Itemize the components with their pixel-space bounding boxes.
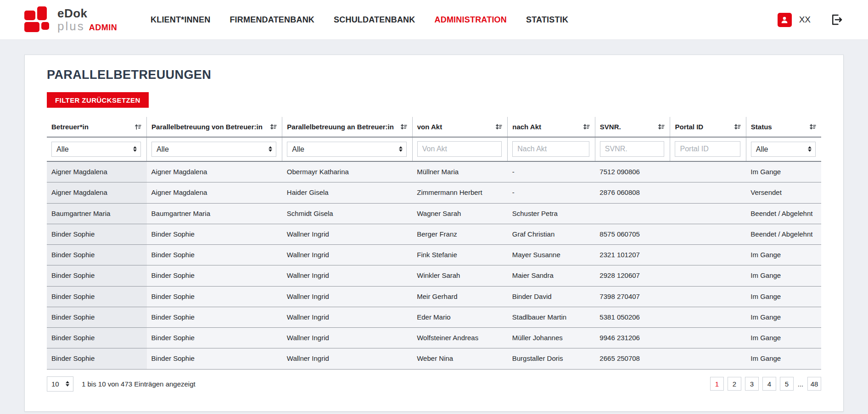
- column-header-label: von Akt: [417, 123, 442, 131]
- cell-von-akt: Wagner Sarah: [412, 203, 508, 224]
- cell-portal-id: [670, 182, 746, 203]
- cell-betreuer-in: Baumgartner Maria: [47, 203, 147, 224]
- cell-status: Im Gange: [746, 161, 821, 182]
- main-nav: KLIENT*INNENFIRMENDATENBANKSCHULDATENBAN…: [151, 15, 568, 25]
- cell-parallelbetreuung-an-betreuer-in: Wallner Ingrid: [282, 286, 412, 307]
- cell-status: Im Gange: [746, 328, 821, 348]
- user-icon[interactable]: [778, 13, 792, 27]
- cell-svnr: 5381 050206: [595, 307, 670, 327]
- filter-input-portal-id[interactable]: [675, 141, 740, 157]
- reset-filters-button[interactable]: FILTER ZURÜCKSETZEN: [47, 92, 149, 108]
- column-header-status[interactable]: Status: [746, 117, 821, 137]
- page-button-5[interactable]: 5: [780, 377, 794, 391]
- page-button-1[interactable]: 1: [710, 377, 724, 391]
- column-header-portal-id[interactable]: Portal ID: [670, 117, 746, 137]
- nav-item-firmendatenbank[interactable]: FIRMENDATENBANK: [230, 15, 314, 25]
- filter-input-von-akt[interactable]: [417, 141, 502, 157]
- table-row: Binder SophieBinder SophieWallner Ingrid…: [47, 286, 821, 307]
- cell-parallelbetreuung-von-betreuer-in: Binder Sophie: [147, 265, 282, 286]
- table-filter-row: AlleAlleAlleAlle: [47, 137, 821, 161]
- cell-status: Im Gange: [746, 245, 821, 265]
- cell-parallelbetreuung-von-betreuer-in: Binder Sophie: [147, 286, 282, 307]
- cell-svnr: 2876 060808: [595, 182, 670, 203]
- cell-parallelbetreuung-von-betreuer-in: Baumgartner Maria: [147, 203, 282, 224]
- cell-parallelbetreuung-an-betreuer-in: Schmidt Gisela: [282, 203, 412, 224]
- cell-svnr: 7398 270407: [595, 286, 670, 307]
- sort-icon: [734, 123, 741, 131]
- filter-cell: [670, 137, 746, 161]
- filter-input-nach-akt[interactable]: [512, 141, 589, 157]
- nav-item-klient-innen[interactable]: KLIENT*INNEN: [151, 15, 210, 25]
- cell-nach-akt: Stadlbauer Martin: [508, 307, 595, 327]
- filter-input-svnr[interactable]: [600, 141, 665, 157]
- sort-icon: [582, 123, 590, 131]
- cell-svnr: 2665 250708: [595, 348, 670, 369]
- logo-edok-label: eDok: [57, 6, 88, 20]
- cell-svnr: 8575 060705: [595, 224, 670, 244]
- cell-parallelbetreuung-an-betreuer-in: Wallner Ingrid: [282, 307, 412, 327]
- table-row: Baumgartner MariaBaumgartner MariaSchmid…: [47, 203, 821, 224]
- cell-nach-akt: Schuster Petra: [508, 203, 595, 224]
- cell-status: Im Gange: [746, 348, 821, 369]
- table-footer: 10 1 bis 10 von 473 Einträgen angezeigt …: [47, 370, 821, 398]
- filter-select-betreuer-in[interactable]: Alle: [51, 142, 141, 157]
- results-summary: 1 bis 10 von 473 Einträgen angezeigt: [82, 380, 196, 388]
- filter-select-parallelbetreuung-von-betreuer-in[interactable]: Alle: [151, 142, 276, 157]
- app-logo: eDok plus ADMIN: [24, 6, 134, 33]
- column-header-parallelbetreuung-an-betreuer-in[interactable]: Parallelbetreuung an Betreuer:in: [282, 117, 412, 137]
- sort-icon: [657, 123, 665, 131]
- cell-parallelbetreuung-an-betreuer-in: Wallner Ingrid: [282, 348, 412, 369]
- cell-parallelbetreuung-von-betreuer-in: Binder Sophie: [147, 245, 282, 265]
- column-header-label: Parallelbetreuung an Betreuer:in: [287, 123, 394, 131]
- cell-von-akt: Müllner Maria: [412, 161, 508, 182]
- cell-parallelbetreuung-von-betreuer-in: Aigner Magdalena: [147, 182, 282, 203]
- cell-betreuer-in: Binder Sophie: [47, 265, 147, 286]
- column-header-betreuer-in[interactable]: Betreuer*in: [47, 117, 147, 137]
- filter-select-box: Alle: [151, 145, 276, 153]
- sort-icon: [809, 123, 817, 131]
- cell-portal-id: [670, 286, 746, 307]
- cell-parallelbetreuung-von-betreuer-in: Binder Sophie: [147, 328, 282, 348]
- cell-parallelbetreuung-an-betreuer-in: Haider Gisela: [282, 182, 412, 203]
- page-button-2[interactable]: 2: [728, 377, 741, 391]
- filter-select-parallelbetreuung-an-betreuer-in[interactable]: Alle: [287, 142, 406, 157]
- page-title: PARALLELBETREUUNGEN: [47, 68, 821, 82]
- filter-cell: Alle: [282, 137, 412, 161]
- cell-portal-id: [670, 203, 746, 224]
- cell-portal-id: [670, 328, 746, 348]
- table-row: Binder SophieBinder SophieWallner Ingrid…: [47, 307, 821, 327]
- cell-von-akt: Meir Gerhard: [412, 286, 508, 307]
- cell-svnr: 2928 120607: [595, 265, 670, 286]
- cell-parallelbetreuung-an-betreuer-in: Obermayr Katharina: [282, 161, 412, 182]
- cell-parallelbetreuung-an-betreuer-in: Wallner Ingrid: [282, 328, 412, 348]
- column-header-von-akt[interactable]: von Akt: [412, 117, 508, 137]
- page-button-3[interactable]: 3: [745, 377, 759, 391]
- column-header-nach-akt[interactable]: nach Akt: [508, 117, 595, 137]
- table-row: Aigner MagdalenaAigner MagdalenaObermayr…: [47, 161, 821, 182]
- logout-icon: [830, 13, 844, 27]
- filter-cell: [412, 137, 508, 161]
- page-button-4[interactable]: 4: [762, 377, 776, 391]
- nav-item-administration[interactable]: ADMINISTRATION: [435, 15, 507, 25]
- column-header-parallelbetreuung-von-betreuer-in[interactable]: Parallelbetreuung von Betreuer:in: [147, 117, 282, 137]
- cell-betreuer-in: Binder Sophie: [47, 245, 147, 265]
- page-button-48[interactable]: 48: [807, 377, 821, 391]
- table-row: Binder SophieBinder SophieWallner Ingrid…: [47, 328, 821, 348]
- cell-nach-akt: Binder David: [508, 286, 595, 307]
- filter-select-status[interactable]: Alle: [751, 142, 816, 157]
- column-header-svnr[interactable]: SVNR.: [595, 117, 670, 137]
- nav-item-statistik[interactable]: STATISTIK: [526, 15, 568, 25]
- cell-von-akt: Weber Nina: [412, 348, 508, 369]
- page-size-select[interactable]: 10: [47, 376, 73, 392]
- logo-plus-label: plus: [57, 20, 85, 32]
- filter-select-box: Alle: [751, 145, 816, 153]
- cell-svnr: 2321 101207: [595, 245, 670, 265]
- cell-nach-akt: Müller Johannes: [508, 328, 595, 348]
- parallelbetreuungen-card: PARALLELBETREUUNGEN FILTER ZURÜCKSETZEN …: [24, 55, 844, 412]
- nav-item-schuldatenbank[interactable]: SCHULDATENBANK: [334, 15, 415, 25]
- top-bar: eDok plus ADMIN KLIENT*INNENFIRMENDATENB…: [0, 0, 868, 40]
- column-header-label: Status: [751, 123, 772, 131]
- sort-icon: [400, 123, 408, 131]
- logout-button[interactable]: [830, 13, 844, 27]
- logo-squares-icon: [24, 6, 53, 33]
